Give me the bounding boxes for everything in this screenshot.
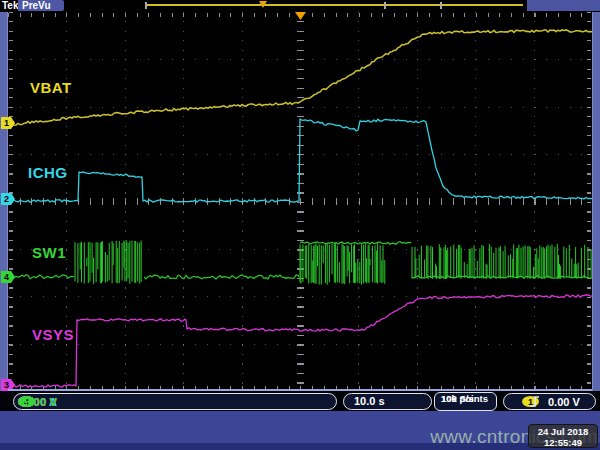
- menu-area: [527, 0, 600, 11]
- channel-readouts: 12.00 V21.00 A32.00 V45.00 V: [13, 393, 337, 410]
- coupling-icon: [18, 397, 27, 407]
- time-text: 12:55:49: [529, 437, 597, 448]
- channel-4-marker: 4: [1, 271, 15, 283]
- record-view-bar: [145, 4, 523, 6]
- rising-edge-icon: [530, 395, 540, 408]
- expansion-mark-icon: [440, 2, 442, 9]
- top-status-bar: Tek PreVu: [0, 0, 600, 12]
- timebase-value: 10.0 s: [354, 395, 385, 407]
- window-bracket-right-icon: [384, 2, 386, 9]
- date-text: 24 Jul 2018: [529, 426, 597, 437]
- channel-2-marker: 2: [1, 193, 15, 205]
- readout-bar: 12.00 V21.00 A32.00 V45.00 V 10.0 s 100 …: [0, 391, 600, 411]
- datetime-badge: 24 Jul 2018 12:55:49: [528, 424, 598, 448]
- channel-label-ichg: ICHG: [28, 164, 68, 181]
- record-length-text: 10k points: [441, 394, 488, 403]
- channel-label-sw1: SW1: [32, 244, 66, 261]
- tek-logo: Tek: [2, 0, 19, 12]
- timebase-readout: 10.0 s: [343, 393, 432, 410]
- acquisition-readout: 100 S/s 10k points: [434, 392, 497, 411]
- channel-label-vsys: VSYS: [32, 326, 74, 343]
- channel-4-scale: 5.00 V: [24, 396, 57, 408]
- oscilloscope-display: Tek PreVu VBATICHGVSYSSW1 1234 12.00 V21…: [0, 0, 600, 450]
- window-bracket-left-icon: [145, 2, 147, 9]
- screen-frame-right: [592, 12, 600, 391]
- channel-label-vbat: VBAT: [30, 79, 72, 96]
- trigger-readout: 1 0.00 V: [503, 393, 596, 410]
- trigger-level-text: 0.00 V: [548, 396, 580, 408]
- channel-4-readout: 45.00 V: [18, 394, 98, 409]
- channel-1-marker: 1: [1, 117, 15, 129]
- graticule-area: VBATICHGVSYSSW1 1234: [0, 12, 600, 391]
- acquisition-mode-badge: PreVu: [18, 0, 64, 11]
